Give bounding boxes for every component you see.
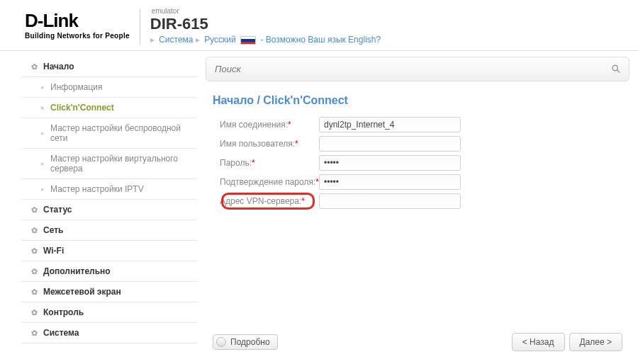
sidebar-item-network[interactable]: ✿Сеть: [21, 220, 197, 241]
sidebar-item-vs-wizard[interactable]: ▸Мастер настройки виртуального сервера: [21, 149, 197, 179]
sidebar: ✿Начало ▸Информация ▸Click'n'Connect ▸Ма…: [21, 57, 197, 343]
search-bar: ⚲: [206, 57, 629, 81]
search-input[interactable]: [215, 64, 612, 74]
gear-icon: ✿: [31, 62, 38, 72]
sidebar-item-wifi[interactable]: ✿Wi-Fi: [21, 241, 197, 261]
password-confirm-input[interactable]: [319, 174, 461, 190]
label-password: Пароль:: [220, 158, 252, 168]
sidebar-item-status[interactable]: ✿Статус: [21, 200, 197, 220]
chevron-right-icon: ▸: [196, 35, 200, 45]
row-password: Пароль:*: [220, 155, 629, 171]
gear-icon: ✿: [31, 308, 38, 317]
header: D-Link Building Networks for People emul…: [0, 0, 638, 51]
sidebar-item-start[interactable]: ✿Начало: [21, 57, 197, 77]
sidebar-item-iptv-wizard[interactable]: ▸Мастер настройки IPTV: [21, 179, 197, 200]
connection-form: Имя соединения:* Имя пользователя:* Паро…: [206, 117, 629, 209]
crumb-language[interactable]: Русский: [204, 35, 236, 45]
toggle-knob-icon: [216, 337, 226, 347]
username-input[interactable]: [319, 136, 461, 152]
chevron-right-icon: ▸: [41, 186, 45, 193]
main-content: ⚲ Начало / Click'n'Connect Имя соединени…: [206, 57, 629, 343]
gear-icon: ✿: [31, 329, 38, 338]
back-button[interactable]: < Назад: [512, 333, 565, 351]
logo-subtitle: Building Networks for People: [25, 32, 130, 40]
logo-text: D-Link: [25, 10, 130, 32]
label-conn-name: Имя соединения:: [220, 120, 288, 130]
gear-icon: ✿: [31, 288, 38, 297]
breadcrumb: ▸ Система ▸ Русский - Возможно Ваш язык …: [150, 35, 381, 45]
sidebar-item-advanced[interactable]: ✿Дополнительно: [21, 261, 197, 282]
row-vpn-server: Адрес VPN-сервера:*: [220, 193, 629, 209]
row-username: Имя пользователя:*: [220, 136, 629, 152]
page-title: Начало / Click'n'Connect: [213, 94, 629, 107]
crumb-system[interactable]: Система: [159, 35, 193, 45]
detail-label: Подробно: [230, 337, 270, 347]
label-password-confirm: Подтверждение пароля:: [220, 177, 315, 187]
detail-toggle-button[interactable]: Подробно: [213, 334, 278, 350]
language-hint[interactable]: - Возможно Ваш язык English?: [260, 35, 381, 45]
logo: D-Link Building Networks for People: [25, 6, 130, 40]
chevron-right-icon: ▸: [41, 104, 45, 111]
password-input[interactable]: [319, 155, 461, 171]
sidebar-item-wifi-wizard[interactable]: ▸Мастер настройки беспроводной сети: [21, 118, 197, 149]
sidebar-item-system[interactable]: ✿Система: [21, 323, 197, 343]
chevron-right-icon: ▸: [41, 160, 45, 167]
gear-icon: ✿: [31, 205, 38, 215]
row-password-confirm: Подтверждение пароля:*: [220, 174, 629, 190]
vpn-server-input[interactable]: [319, 193, 461, 209]
label-vpn-server: Адрес VPN-сервера:: [220, 196, 301, 206]
flag-ru-icon[interactable]: [240, 36, 256, 45]
sidebar-item-control[interactable]: ✿Контроль: [21, 302, 197, 323]
gear-icon: ✿: [31, 226, 38, 235]
gear-icon: ✿: [31, 246, 38, 256]
model-name: DIR-615: [150, 15, 381, 33]
emulator-label: emulator: [152, 7, 381, 15]
sidebar-item-firewall[interactable]: ✿Межсетевой экран: [21, 282, 197, 302]
chevron-right-icon: ▸: [41, 84, 45, 91]
search-icon[interactable]: ⚲: [608, 62, 624, 77]
next-button[interactable]: Далее >: [569, 333, 623, 351]
required-icon: *: [295, 139, 298, 149]
footer: Подробно < Назад Далее >: [213, 333, 622, 351]
required-icon: *: [288, 120, 291, 130]
chevron-right-icon: ▸: [150, 35, 155, 45]
gear-icon: ✿: [31, 267, 38, 276]
required-icon: *: [252, 158, 255, 168]
sidebar-item-click-connect[interactable]: ▸Click'n'Connect: [21, 98, 197, 118]
header-info: emulator DIR-615 ▸ Система ▸ Русский - В…: [150, 6, 381, 45]
row-connection-name: Имя соединения:*: [220, 117, 629, 132]
required-icon: *: [301, 196, 305, 206]
label-username: Имя пользователя:: [220, 139, 295, 149]
conn-name-input[interactable]: [319, 117, 461, 132]
sidebar-item-info[interactable]: ▸Информация: [21, 77, 197, 98]
chevron-right-icon: ▸: [41, 130, 45, 137]
header-divider: [140, 9, 140, 45]
